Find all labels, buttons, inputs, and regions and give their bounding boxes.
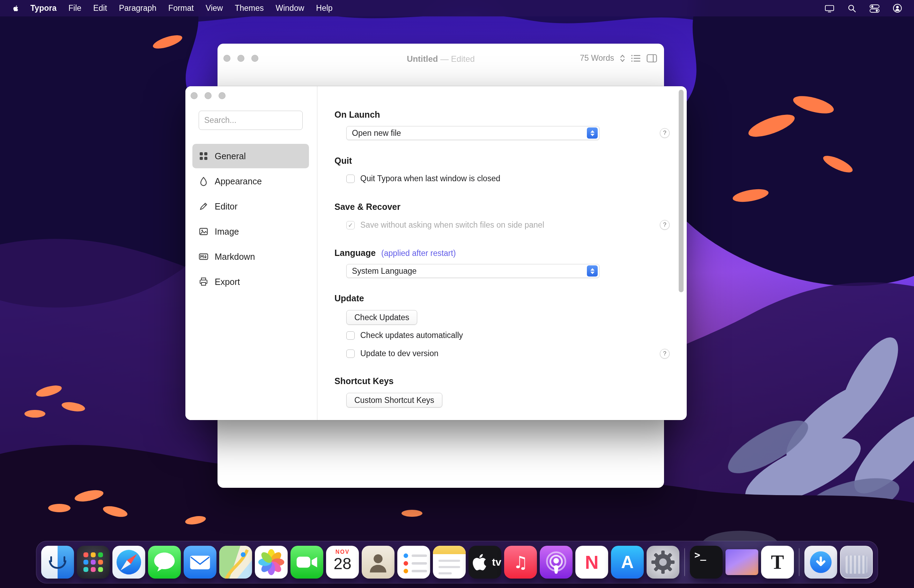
close-button[interactable] <box>191 92 198 99</box>
control-center-icon[interactable] <box>869 3 880 13</box>
dock-item-calendar[interactable]: NOV 28 <box>326 546 359 578</box>
preferences-content: On Launch Open new file ? Quit Quit Typo… <box>317 86 687 420</box>
on-launch-select[interactable]: Open new file <box>346 126 599 140</box>
word-count-stepper-icon[interactable] <box>620 54 625 63</box>
quit-checkbox[interactable] <box>346 174 355 183</box>
menu-help[interactable]: Help <box>310 0 338 16</box>
pinwheel-icon <box>255 546 287 578</box>
sidebar-item-label: Export <box>215 277 240 287</box>
save-help-button[interactable]: ? <box>660 220 670 230</box>
auto-update-checkbox[interactable] <box>346 331 355 340</box>
dock-item-facetime[interactable] <box>291 546 323 578</box>
dock-item-window-preview[interactable] <box>725 549 758 575</box>
apple-logo-icon <box>12 4 19 13</box>
dock-item-messages[interactable] <box>148 546 181 578</box>
sidebar-item-editor[interactable]: Editor <box>192 194 309 218</box>
check-icon: ✓ <box>348 222 353 228</box>
minimize-button[interactable] <box>205 92 212 99</box>
dock: NOV 28 tv ♫ N A <box>36 541 878 583</box>
sidebar-item-label: Image <box>215 227 239 237</box>
display-icon[interactable] <box>824 4 835 13</box>
sidebar-item-image[interactable]: Image <box>192 219 309 244</box>
dock-item-launchpad[interactable] <box>77 546 110 578</box>
pencil-icon <box>198 201 209 212</box>
custom-shortcut-keys-button[interactable]: Custom Shortcut Keys <box>346 393 442 407</box>
search-icon[interactable] <box>847 4 856 13</box>
sidebar-toggle-icon[interactable] <box>647 54 657 63</box>
preferences-traffic-lights <box>191 92 226 99</box>
on-launch-help-button[interactable]: ? <box>660 128 670 138</box>
zoom-button[interactable] <box>218 92 226 99</box>
dock-item-music[interactable]: ♫ <box>504 546 537 578</box>
terminal-prompt: >_ <box>694 549 706 561</box>
menu-bar: Typora File Edit Paragraph Format View T… <box>0 0 914 16</box>
dev-version-checkbox[interactable] <box>346 349 355 358</box>
droplet-icon <box>198 176 209 186</box>
sidebar-item-appearance[interactable]: Appearance <box>192 169 309 194</box>
save-checkbox-label: Save without asking when switch files on… <box>360 220 544 230</box>
scrollbar[interactable] <box>679 90 683 292</box>
dock-item-photos[interactable] <box>255 546 287 578</box>
sidebar-item-general[interactable]: General <box>192 144 309 168</box>
menu-file[interactable]: File <box>63 0 87 16</box>
dock-item-podcasts[interactable] <box>540 546 573 578</box>
select-stepper-icon <box>587 265 598 276</box>
sidebar-item-markdown[interactable]: Markdown <box>192 244 309 269</box>
trash-basket <box>846 556 867 574</box>
user-account-icon[interactable] <box>893 3 902 13</box>
notes-header <box>433 546 466 554</box>
dock-item-trash[interactable] <box>840 546 873 578</box>
dock-item-maps[interactable] <box>219 546 252 578</box>
menu-window[interactable]: Window <box>270 0 310 16</box>
auto-update-label: Check updates automatically <box>360 331 463 340</box>
desktop: Typora File Edit Paragraph Format View T… <box>0 0 914 588</box>
quit-heading: Quit <box>334 156 352 166</box>
dock-item-news[interactable]: N <box>575 546 608 578</box>
menu-view[interactable]: View <box>200 0 229 16</box>
preferences-sidebar: General Appearance Editor Image Markdown <box>186 86 317 420</box>
save-checkbox[interactable]: ✓ <box>346 221 355 229</box>
grid-icon <box>198 151 209 161</box>
outline-list-icon[interactable] <box>631 54 641 63</box>
sidebar-item-label: Appearance <box>215 176 262 186</box>
menu-paragraph[interactable]: Paragraph <box>113 0 162 16</box>
notes-line <box>439 560 460 562</box>
dock-item-typora[interactable]: T <box>761 546 794 578</box>
sidebar-list: General Appearance Editor Image Markdown <box>192 144 309 294</box>
printer-icon <box>198 276 209 287</box>
quit-checkbox-label: Quit Typora when last window is closed <box>360 174 500 183</box>
dock-item-system-preferences[interactable] <box>647 546 679 578</box>
launchpad-grid <box>84 552 103 572</box>
dev-version-help-button[interactable]: ? <box>660 349 670 359</box>
dock-separator <box>799 548 799 576</box>
map-icon <box>219 546 252 578</box>
search-input[interactable] <box>199 111 303 130</box>
dock-item-notes[interactable] <box>433 546 466 578</box>
speech-bubble-icon <box>148 546 181 578</box>
dock-item-terminal[interactable]: >_ <box>690 546 723 578</box>
apple-menu[interactable] <box>7 4 24 13</box>
auto-update-checkbox-row: Check updates automatically <box>346 331 463 340</box>
dock-item-finder[interactable] <box>41 546 74 578</box>
sidebar-item-export[interactable]: Export <box>192 270 309 294</box>
select-stepper-icon <box>587 128 598 139</box>
menu-themes[interactable]: Themes <box>229 0 270 16</box>
dock-item-appletv[interactable]: tv <box>468 546 501 578</box>
dock-item-mail[interactable] <box>184 546 216 578</box>
image-icon <box>198 226 209 237</box>
menu-format[interactable]: Format <box>162 0 200 16</box>
notes-line <box>439 566 460 568</box>
dock-item-reminders[interactable] <box>397 546 430 578</box>
check-updates-button[interactable]: Check Updates <box>346 310 417 325</box>
dock-item-downloads[interactable] <box>804 546 837 578</box>
menu-edit[interactable]: Edit <box>87 0 113 16</box>
on-launch-select-value: Open new file <box>352 129 401 138</box>
music-note-icon: ♫ <box>513 552 528 572</box>
dock-item-appstore[interactable]: A <box>611 546 644 578</box>
sidebar-item-label: Editor <box>215 202 237 212</box>
dock-item-safari[interactable] <box>112 546 145 578</box>
language-select[interactable]: System Language <box>346 264 599 278</box>
reminder-row <box>404 561 427 565</box>
menu-app-name[interactable]: Typora <box>24 0 63 16</box>
dock-item-contacts[interactable] <box>362 546 394 578</box>
